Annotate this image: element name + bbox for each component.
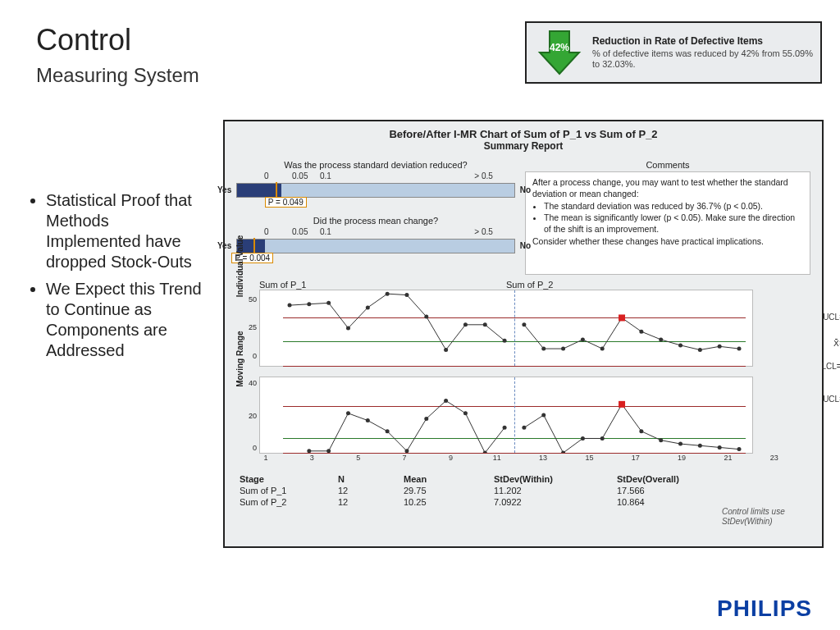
scale-tick: 0.1 bbox=[320, 227, 331, 236]
svg-point-17 bbox=[600, 347, 605, 351]
svg-point-9 bbox=[444, 348, 448, 352]
y-tick: 20 bbox=[242, 412, 257, 420]
slide-subtitle: Measuring System bbox=[36, 64, 199, 87]
scale-tick: 0 bbox=[264, 227, 269, 236]
svg-point-44 bbox=[678, 442, 682, 446]
no-label: No bbox=[520, 241, 531, 250]
svg-point-43 bbox=[659, 438, 663, 442]
svg-point-3 bbox=[326, 301, 331, 305]
scale-tick: 0.05 bbox=[292, 171, 308, 180]
svg-point-5 bbox=[366, 305, 370, 309]
no-label: No bbox=[520, 185, 531, 194]
bullet-item: We Expect this Trend to Continue as Comp… bbox=[46, 279, 207, 361]
scale-tick: 0 bbox=[264, 171, 269, 180]
yes-label: Yes bbox=[217, 241, 231, 250]
individual-value-chart: Individual Value 50 25 0 bbox=[259, 290, 753, 367]
svg-point-1 bbox=[288, 304, 292, 308]
svg-point-47 bbox=[737, 447, 742, 451]
svg-point-40 bbox=[600, 436, 605, 441]
chart1-right-title: Sum of P_2 bbox=[506, 280, 753, 290]
svg-point-36 bbox=[522, 426, 526, 430]
metric-callout: 42% Reduction in Rate of Defective Items… bbox=[525, 21, 822, 84]
svg-point-31 bbox=[424, 417, 428, 421]
y-tick: 50 bbox=[242, 295, 257, 304]
svg-point-6 bbox=[386, 292, 390, 296]
lcl-label: LCL=-11.03 bbox=[821, 362, 840, 371]
svg-point-37 bbox=[541, 413, 546, 418]
q1-label: Was the process standard deviation reduc… bbox=[236, 160, 515, 170]
svg-point-23 bbox=[718, 345, 722, 349]
arrow-badge: 42% bbox=[550, 42, 569, 53]
svg-point-8 bbox=[424, 315, 428, 319]
svg-point-39 bbox=[581, 436, 585, 441]
moving-range-chart: Moving Range 40 20 0 bbox=[259, 377, 753, 454]
svg-point-4 bbox=[346, 326, 350, 331]
svg-point-22 bbox=[698, 348, 702, 352]
svg-point-35 bbox=[503, 426, 507, 430]
svg-point-28 bbox=[366, 418, 370, 422]
bullet-list: Statistical Proof that Methods Implement… bbox=[26, 190, 207, 368]
svg-point-13 bbox=[522, 322, 526, 326]
svg-point-14 bbox=[541, 347, 546, 351]
svg-point-12 bbox=[503, 339, 507, 343]
chart1-left-title: Sum of P_1 bbox=[259, 280, 506, 290]
xbar-label: X̄=10.25 bbox=[833, 339, 840, 348]
svg-point-16 bbox=[581, 337, 585, 341]
bullet-item: Statistical Proof that Methods Implement… bbox=[46, 190, 207, 272]
svg-rect-18 bbox=[619, 314, 625, 321]
svg-point-21 bbox=[678, 343, 682, 347]
p-value: P = 0.049 bbox=[265, 197, 307, 208]
slide-title: Control bbox=[36, 23, 131, 57]
scale-tick: 0.1 bbox=[320, 171, 331, 180]
scale-tick: > 0.5 bbox=[474, 227, 493, 236]
svg-point-26 bbox=[326, 449, 331, 453]
yes-label: Yes bbox=[217, 185, 231, 194]
scale-tick: 0.05 bbox=[292, 227, 308, 236]
stats-table: StageNMeanStDev(Within)StDev(Overall)Sum… bbox=[236, 473, 810, 508]
svg-point-42 bbox=[639, 429, 643, 433]
q2-bar: Yes No P = 0.004 bbox=[236, 239, 515, 253]
svg-point-10 bbox=[463, 322, 468, 326]
scale-tick: > 0.5 bbox=[474, 171, 493, 180]
q1-bar: Yes No P = 0.049 bbox=[236, 183, 515, 198]
svg-point-11 bbox=[483, 322, 487, 326]
svg-rect-41 bbox=[619, 401, 625, 408]
q2-label: Did the process mean change? bbox=[236, 216, 515, 226]
svg-point-38 bbox=[561, 451, 565, 454]
svg-point-20 bbox=[659, 337, 663, 341]
ucl-label: UCL=31.53 bbox=[823, 313, 840, 322]
svg-point-33 bbox=[463, 411, 468, 415]
svg-point-46 bbox=[718, 445, 722, 450]
svg-point-32 bbox=[444, 399, 448, 403]
y-tick: 0 bbox=[242, 444, 257, 452]
summary-report: Before/After I-MR Chart of Sum of P_1 vs… bbox=[223, 120, 824, 548]
stats-note: Control limits use StDev(Within) bbox=[722, 507, 804, 527]
philips-logo: PHILIPS bbox=[717, 596, 812, 622]
svg-point-19 bbox=[639, 330, 643, 334]
y-tick: 40 bbox=[242, 379, 257, 387]
svg-point-2 bbox=[307, 302, 311, 306]
svg-point-25 bbox=[307, 449, 311, 453]
report-subtitle: Summary Report bbox=[236, 140, 810, 152]
comments-head: Comments bbox=[525, 160, 810, 170]
svg-point-24 bbox=[737, 347, 742, 351]
svg-point-7 bbox=[404, 293, 409, 297]
y-axis-label: Individual Value bbox=[235, 235, 244, 298]
svg-point-29 bbox=[386, 429, 390, 433]
svg-point-15 bbox=[561, 347, 565, 351]
svg-point-27 bbox=[346, 411, 350, 415]
report-title: Before/After I-MR Chart of Sum of P_1 vs… bbox=[236, 128, 810, 140]
svg-point-45 bbox=[698, 444, 702, 448]
down-arrow-icon: 42% bbox=[533, 26, 586, 79]
comments-box: After a process change, you may want to … bbox=[525, 171, 810, 275]
callout-text: % of defective items was reduced by 42% … bbox=[592, 48, 814, 70]
ucl-label: UCL=26.14 bbox=[823, 395, 840, 404]
callout-heading: Reduction in Rate of Defective Items bbox=[592, 35, 814, 47]
